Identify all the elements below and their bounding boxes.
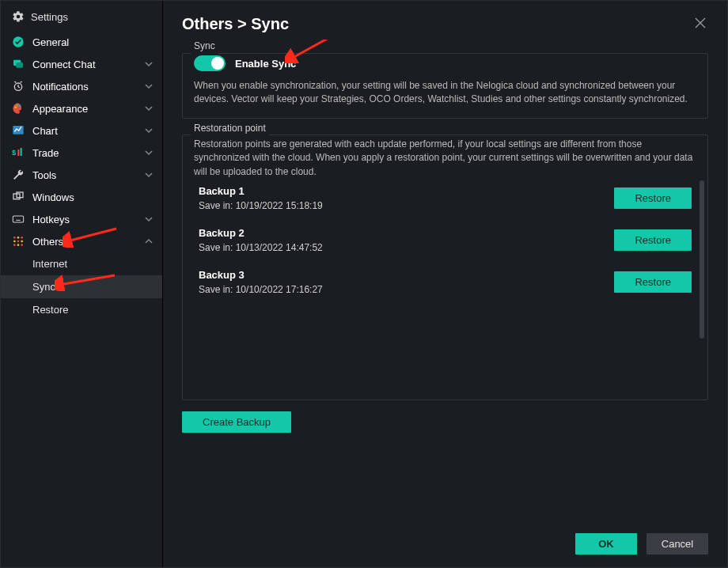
sidebar-item-label: Others — [32, 236, 63, 248]
scrollbar[interactable] — [700, 180, 704, 339]
chat-icon — [12, 58, 25, 70]
sidebar-item-chart[interactable]: Chart — [1, 119, 162, 142]
restore-button[interactable]: Restore — [614, 229, 692, 251]
svg-point-18 — [13, 240, 16, 243]
chevron-down-icon — [145, 214, 153, 225]
chevron-down-icon — [145, 59, 153, 70]
sidebar-nav: General Connect Chat Notifications — [1, 31, 162, 321]
enable-sync-label: Enable Sync — [235, 58, 296, 70]
sidebar-subitem-label: Restore — [32, 304, 69, 316]
content-header: Others > Sync — [163, 1, 727, 40]
close-icon — [695, 17, 706, 32]
backup-info: Backup 3Save in: 10/10/2022 17:16:27 — [199, 269, 614, 295]
restore-button[interactable]: Restore — [614, 187, 692, 209]
sidebar-subitem-label: Sync — [32, 281, 55, 293]
sidebar-item-trade[interactable]: $ Trade — [1, 142, 162, 164]
check-circle-icon — [12, 36, 25, 48]
annotation-arrow-icon — [55, 272, 116, 291]
create-backup-button[interactable]: Create Backup — [182, 411, 291, 433]
backup-timestamp: Save in: 10/13/2022 14:47:52 — [199, 242, 614, 253]
cancel-button[interactable]: Cancel — [646, 533, 708, 555]
svg-point-5 — [14, 106, 16, 108]
wrench-icon — [12, 169, 25, 181]
trade-icon: $ — [12, 146, 25, 159]
sync-panel: Sync Enable Sync When you enable synchro… — [182, 47, 708, 119]
backup-name: Backup 2 — [199, 227, 614, 239]
sidebar-subitem-internet[interactable]: Internet — [1, 252, 162, 275]
svg-rect-2 — [16, 62, 23, 68]
breadcrumb: Others > Sync — [182, 15, 289, 33]
sidebar-subitem-restore[interactable]: Restore — [1, 298, 162, 321]
enable-sync-row: Enable Sync — [194, 55, 696, 71]
chevron-down-icon — [145, 169, 153, 181]
backup-timestamp: Save in: 10/10/2022 17:16:27 — [199, 284, 614, 295]
svg-text:$: $ — [12, 149, 17, 157]
ok-button[interactable]: OK — [575, 533, 637, 555]
svg-rect-14 — [13, 216, 23, 222]
content: Others > Sync Sync Enable Sync — [163, 1, 727, 567]
backup-row: Backup 1Save in: 10/19/2022 15:18:19Rest… — [194, 179, 696, 221]
settings-window: Settings General Connect Chat — [0, 0, 728, 568]
sidebar-item-label: Windows — [32, 191, 74, 203]
backup-info: Backup 2Save in: 10/13/2022 14:47:52 — [199, 227, 614, 253]
sidebar-item-hotkeys[interactable]: Hotkeys — [1, 208, 162, 230]
svg-point-15 — [13, 237, 16, 239]
svg-point-21 — [13, 244, 16, 246]
svg-point-7 — [19, 104, 21, 106]
backup-name: Backup 3 — [199, 269, 614, 281]
grid-icon — [12, 235, 25, 248]
sidebar-subitem-sync[interactable]: Sync — [1, 275, 162, 298]
chevron-down-icon — [145, 147, 153, 159]
sidebar-item-appearance[interactable]: Appearance — [1, 97, 162, 119]
sidebar-item-label: Connect Chat — [32, 59, 96, 70]
create-backup-row: Create Backup — [182, 411, 708, 433]
sidebar-item-label: Chart — [32, 125, 58, 137]
chevron-up-icon — [145, 236, 153, 248]
sidebar-item-label: Notifications — [32, 81, 89, 93]
restoration-panel-title: Restoration point — [191, 123, 269, 134]
sidebar-header: Settings — [1, 6, 162, 31]
enable-sync-toggle[interactable] — [194, 55, 226, 71]
palette-icon — [12, 102, 25, 115]
sync-panel-title: Sync — [191, 40, 218, 51]
svg-point-22 — [17, 244, 20, 246]
sidebar-item-label: Trade — [32, 147, 59, 159]
sidebar-item-tools[interactable]: Tools — [1, 164, 162, 186]
svg-point-23 — [21, 244, 23, 246]
sidebar: Settings General Connect Chat — [1, 1, 163, 567]
sidebar-item-notifications[interactable]: Notifications — [1, 75, 162, 97]
dialog-footer: OK Cancel — [163, 524, 727, 567]
backup-info: Backup 1Save in: 10/19/2022 15:18:19 — [199, 185, 614, 211]
chart-icon — [12, 124, 25, 137]
chevron-down-icon — [145, 103, 153, 115]
close-button[interactable] — [692, 17, 708, 32]
backup-row: Backup 2Save in: 10/13/2022 14:47:52Rest… — [194, 221, 696, 263]
sidebar-others-submenu: Internet Sync Restore — [1, 252, 162, 321]
content-body: Sync Enable Sync When you enable synchro… — [163, 40, 727, 524]
sidebar-subitem-label: Internet — [32, 258, 67, 270]
restoration-description: Restoration points are generated with ea… — [194, 138, 696, 179]
svg-rect-11 — [21, 148, 22, 156]
backup-timestamp: Save in: 10/19/2022 15:18:19 — [199, 200, 614, 211]
svg-rect-10 — [17, 150, 19, 156]
sidebar-item-label: Tools — [32, 169, 56, 181]
alarm-icon — [12, 80, 25, 93]
sidebar-item-general[interactable]: General — [1, 31, 162, 53]
svg-point-16 — [17, 237, 20, 239]
sidebar-item-label: General — [32, 36, 69, 48]
sidebar-item-others[interactable]: Others — [1, 230, 162, 252]
svg-point-19 — [17, 240, 20, 243]
gear-icon — [12, 10, 25, 23]
sidebar-title: Settings — [31, 11, 68, 23]
sidebar-item-connect-chat[interactable]: Connect Chat — [1, 53, 162, 75]
backup-row: Backup 3Save in: 10/10/2022 17:16:27Rest… — [194, 263, 696, 305]
svg-point-6 — [16, 104, 17, 106]
sidebar-item-label: Hotkeys — [32, 214, 70, 225]
keyboard-icon — [12, 213, 25, 225]
sidebar-item-windows[interactable]: Windows — [1, 186, 162, 208]
backup-list: Backup 1Save in: 10/19/2022 15:18:19Rest… — [194, 179, 696, 305]
restore-button[interactable]: Restore — [614, 271, 692, 293]
chevron-down-icon — [145, 81, 153, 93]
sidebar-item-label: Appearance — [32, 103, 88, 115]
restoration-panel: Restoration point Restoration points are… — [182, 130, 708, 400]
